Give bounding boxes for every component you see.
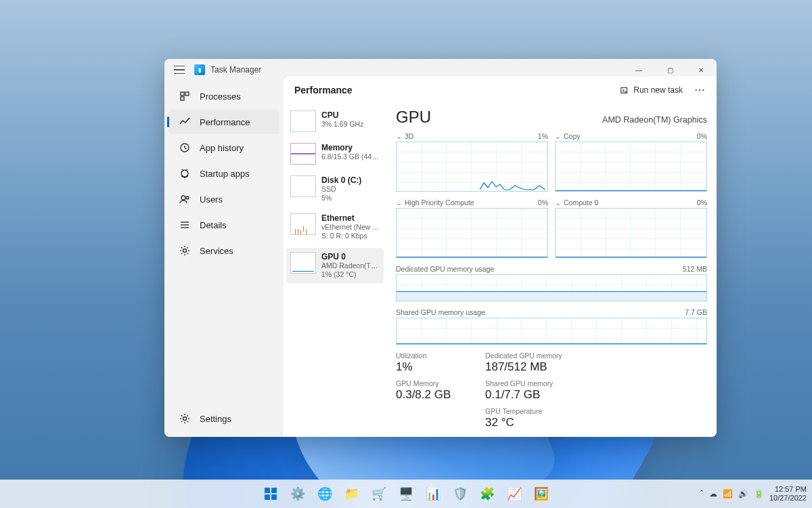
taskbar-app-9[interactable]: 📈 bbox=[502, 482, 526, 506]
sidebar: Processes Performance App history Startu… bbox=[164, 81, 284, 437]
resource-item-ethernet[interactable]: Ethernet vEthernet (New Vir... S: 0 R: 0… bbox=[286, 209, 384, 245]
detail-title: GPU bbox=[396, 108, 431, 127]
content-panel: Performance Run new task ··· CPU 3% bbox=[284, 77, 717, 437]
wifi-icon[interactable]: 📶 bbox=[723, 489, 733, 499]
users-icon bbox=[179, 194, 190, 205]
run-new-task-button[interactable]: Run new task bbox=[620, 85, 683, 95]
memory-thumb bbox=[290, 143, 316, 165]
sidebar-item-users[interactable]: Users bbox=[168, 187, 279, 211]
utilization-value: 1% bbox=[396, 360, 468, 374]
performance-icon bbox=[179, 117, 190, 127]
resource-item-memory[interactable]: Memory 6.8/15.3 GB (44%) bbox=[286, 139, 384, 169]
chart-dedicated-memory bbox=[396, 274, 707, 301]
run-task-icon bbox=[620, 85, 629, 95]
svg-point-8 bbox=[186, 196, 189, 199]
details-icon bbox=[179, 219, 190, 230]
task-manager-window: ▮ Task Manager — ▢ ✕ Processes Performan… bbox=[164, 59, 717, 437]
resource-list: CPU 3% 1.69 GHz Memory 6.8/15.3 GB (44%) bbox=[284, 104, 386, 437]
services-icon bbox=[179, 245, 190, 256]
sidebar-item-label: Settings bbox=[200, 414, 231, 424]
gpu-temperature-value: 32 °C bbox=[485, 416, 562, 429]
resource-item-disk[interactable]: Disk 0 (C:) SSD 5% bbox=[286, 171, 384, 207]
sidebar-item-label: Details bbox=[200, 220, 227, 230]
clock[interactable]: 12:57 PM 10/27/2022 bbox=[769, 485, 807, 503]
sidebar-item-app-history[interactable]: App history bbox=[168, 135, 279, 160]
cpu-thumb bbox=[290, 110, 316, 132]
more-button[interactable]: ··· bbox=[695, 85, 706, 95]
sidebar-item-processes[interactable]: Processes bbox=[168, 84, 279, 108]
svg-rect-2 bbox=[181, 97, 184, 100]
sidebar-item-label: Performance bbox=[200, 117, 250, 127]
app-title: Task Manager bbox=[210, 65, 261, 75]
page-title: Performance bbox=[294, 85, 353, 96]
startup-icon bbox=[179, 168, 190, 179]
taskbar-app-8[interactable]: 🧩 bbox=[475, 482, 499, 506]
taskbar-app-5[interactable]: 🖥️ bbox=[394, 482, 418, 506]
sidebar-item-performance[interactable]: Performance bbox=[168, 110, 279, 134]
taskbar-app-2[interactable]: 🌐 bbox=[313, 482, 337, 506]
resource-item-gpu[interactable]: GPU 0 AMD Radeon(TM) ... 1% (32 °C) bbox=[286, 248, 384, 283]
chart-copy bbox=[555, 142, 707, 192]
svg-point-13 bbox=[183, 417, 187, 421]
svg-point-12 bbox=[183, 249, 187, 253]
taskbar-app-4[interactable]: 🛒 bbox=[367, 482, 391, 506]
gpu-model: AMD Radeon(TM) Graphics bbox=[602, 115, 707, 125]
gpu-thumb bbox=[290, 252, 316, 274]
taskbar-app-7[interactable]: 🛡️ bbox=[448, 482, 472, 506]
dedicated-memory-value: 187/512 MB bbox=[485, 360, 562, 374]
chart-copy-label[interactable]: Copy bbox=[564, 132, 581, 140]
cloud-icon[interactable]: ☁ bbox=[709, 489, 717, 499]
svg-point-4 bbox=[181, 170, 188, 177]
start-button[interactable] bbox=[258, 482, 283, 506]
history-icon bbox=[179, 142, 190, 153]
system-tray[interactable]: ˄ ☁ 📶 🔊 🔋 bbox=[700, 489, 764, 499]
taskbar-app-10[interactable]: 🖼️ bbox=[529, 482, 554, 506]
detail-panel: GPU AMD Radeon(TM) Graphics ⌄3D1% ⌄Copy0… bbox=[386, 104, 717, 437]
disk-thumb bbox=[290, 175, 316, 197]
battery-icon[interactable]: 🔋 bbox=[754, 489, 764, 499]
shared-memory-value: 0.1/7.7 GB bbox=[485, 388, 562, 402]
hamburger-menu-icon[interactable] bbox=[174, 66, 185, 74]
dedicated-mem-label: Dedicated GPU memory usage bbox=[396, 265, 494, 273]
sidebar-item-startup-apps[interactable]: Startup apps bbox=[168, 161, 279, 186]
gpu-memory-value: 0.3/8.2 GB bbox=[396, 388, 468, 402]
svg-rect-0 bbox=[181, 92, 184, 96]
svg-point-7 bbox=[181, 196, 185, 200]
svg-rect-1 bbox=[185, 92, 189, 96]
taskbar-app-3[interactable]: 📁 bbox=[340, 482, 364, 506]
sidebar-item-label: Processes bbox=[200, 91, 241, 102]
chart-3d-label[interactable]: 3D bbox=[405, 132, 413, 140]
sidebar-item-label: App history bbox=[200, 143, 244, 153]
sidebar-item-label: Startup apps bbox=[200, 169, 250, 179]
chart-compute-0 bbox=[555, 208, 707, 258]
volume-icon[interactable]: 🔊 bbox=[738, 489, 748, 499]
chart-high-priority-compute bbox=[396, 208, 548, 258]
sidebar-item-settings[interactable]: Settings bbox=[168, 406, 279, 431]
chevron-up-icon[interactable]: ˄ bbox=[700, 489, 704, 499]
sidebar-item-label: Users bbox=[200, 194, 223, 205]
ethernet-thumb bbox=[290, 213, 316, 235]
sidebar-item-details[interactable]: Details bbox=[168, 213, 279, 237]
chart-hpc-label[interactable]: High Priority Compute bbox=[405, 198, 474, 207]
sidebar-item-services[interactable]: Services bbox=[168, 238, 279, 263]
processes-icon bbox=[179, 91, 190, 102]
sidebar-item-label: Services bbox=[200, 246, 233, 256]
taskbar-app-6[interactable]: 📊 bbox=[421, 482, 445, 506]
app-icon: ▮ bbox=[194, 64, 205, 75]
chart-compute0-label[interactable]: Compute 0 bbox=[564, 198, 598, 207]
resource-item-cpu[interactable]: CPU 3% 1.69 GHz bbox=[286, 106, 384, 136]
shared-mem-label: Shared GPU memory usage bbox=[396, 308, 485, 316]
chart-shared-memory bbox=[396, 318, 707, 345]
chart-3d bbox=[396, 142, 548, 192]
taskbar-app-1[interactable]: ⚙️ bbox=[286, 482, 310, 506]
taskbar[interactable]: ⚙️ 🌐 📁 🛒 🖥️ 📊 🛡️ 🧩 📈 🖼️ ˄ ☁ 📶 🔊 🔋 12:57 … bbox=[0, 480, 812, 508]
settings-icon bbox=[179, 413, 190, 424]
